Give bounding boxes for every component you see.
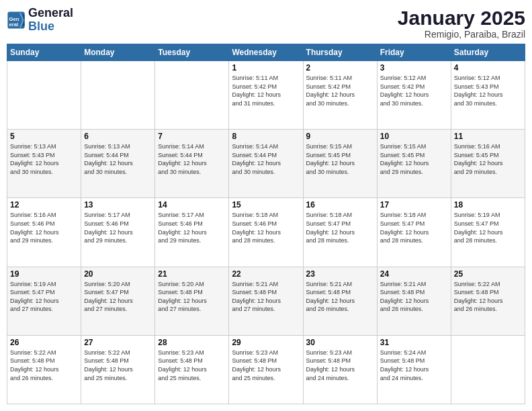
day-info: Sunrise: 5:23 AM Sunset: 5:48 PM Dayligh… (158, 349, 226, 382)
day-info: Sunrise: 5:19 AM Sunset: 5:47 PM Dayligh… (10, 280, 78, 314)
day-number: 26 (10, 338, 78, 347)
calendar-cell: 20Sunrise: 5:20 AM Sunset: 5:47 PM Dayli… (81, 267, 155, 335)
day-info: Sunrise: 5:22 AM Sunset: 5:48 PM Dayligh… (10, 349, 78, 382)
calendar-cell: 21Sunrise: 5:20 AM Sunset: 5:48 PM Dayli… (155, 267, 229, 335)
day-number: 8 (232, 132, 300, 141)
calendar-cell: 8Sunrise: 5:14 AM Sunset: 5:44 PM Daylig… (229, 130, 303, 198)
logo-text: General Blue (28, 7, 73, 34)
day-number: 22 (232, 269, 300, 279)
day-number: 29 (232, 338, 300, 347)
week-row: 26Sunrise: 5:22 AM Sunset: 5:48 PM Dayli… (7, 335, 525, 404)
day-number: 13 (84, 200, 152, 210)
calendar-cell: 24Sunrise: 5:21 AM Sunset: 5:48 PM Dayli… (377, 267, 451, 335)
calendar-cell (451, 335, 525, 404)
day-info: Sunrise: 5:23 AM Sunset: 5:48 PM Dayligh… (232, 349, 300, 382)
calendar-cell: 10Sunrise: 5:15 AM Sunset: 5:45 PM Dayli… (377, 130, 451, 198)
day-number: 7 (158, 132, 226, 141)
calendar-cell: 7Sunrise: 5:14 AM Sunset: 5:44 PM Daylig… (155, 130, 229, 198)
day-info: Sunrise: 5:23 AM Sunset: 5:48 PM Dayligh… (306, 349, 374, 382)
calendar-cell: 6Sunrise: 5:13 AM Sunset: 5:44 PM Daylig… (81, 130, 155, 198)
calendar-cell (7, 61, 81, 130)
calendar-cell: 2Sunrise: 5:11 AM Sunset: 5:42 PM Daylig… (303, 61, 377, 130)
calendar-cell: 17Sunrise: 5:18 AM Sunset: 5:47 PM Dayli… (377, 198, 451, 267)
title-block: January 2025 Remigio, Paraiba, Brazil (398, 7, 525, 40)
week-row: 5Sunrise: 5:13 AM Sunset: 5:43 PM Daylig… (7, 130, 525, 198)
calendar: SundayMondayTuesdayWednesdayThursdayFrid… (7, 44, 525, 404)
day-number: 1 (232, 63, 300, 73)
logo: Gen eral General Blue (7, 7, 73, 34)
day-number: 17 (380, 200, 448, 210)
day-info: Sunrise: 5:12 AM Sunset: 5:43 PM Dayligh… (454, 74, 522, 107)
calendar-cell (155, 61, 229, 130)
day-number: 10 (380, 132, 448, 141)
calendar-cell (81, 61, 155, 130)
day-info: Sunrise: 5:22 AM Sunset: 5:48 PM Dayligh… (84, 349, 152, 382)
day-info: Sunrise: 5:19 AM Sunset: 5:47 PM Dayligh… (454, 211, 522, 244)
day-info: Sunrise: 5:14 AM Sunset: 5:44 PM Dayligh… (232, 142, 300, 176)
day-number: 28 (158, 338, 226, 347)
calendar-header-row: SundayMondayTuesdayWednesdayThursdayFrid… (7, 44, 525, 61)
day-number: 30 (306, 338, 374, 347)
day-info: Sunrise: 5:17 AM Sunset: 5:46 PM Dayligh… (158, 211, 226, 244)
day-header-thursday: Thursday (303, 44, 377, 61)
day-info: Sunrise: 5:11 AM Sunset: 5:42 PM Dayligh… (232, 74, 300, 107)
page: Gen eral General Blue January 2025 Remig… (0, 0, 532, 411)
calendar-cell: 1Sunrise: 5:11 AM Sunset: 5:42 PM Daylig… (229, 61, 303, 130)
day-info: Sunrise: 5:17 AM Sunset: 5:46 PM Dayligh… (84, 211, 152, 244)
day-number: 11 (454, 132, 522, 141)
day-info: Sunrise: 5:20 AM Sunset: 5:48 PM Dayligh… (158, 280, 226, 314)
calendar-cell: 9Sunrise: 5:15 AM Sunset: 5:45 PM Daylig… (303, 130, 377, 198)
day-header-monday: Monday (81, 44, 155, 61)
day-info: Sunrise: 5:18 AM Sunset: 5:46 PM Dayligh… (232, 211, 300, 244)
calendar-cell: 23Sunrise: 5:21 AM Sunset: 5:48 PM Dayli… (303, 267, 377, 335)
day-number: 20 (84, 269, 152, 279)
day-number: 23 (306, 269, 374, 279)
day-info: Sunrise: 5:18 AM Sunset: 5:47 PM Dayligh… (306, 211, 374, 244)
day-info: Sunrise: 5:21 AM Sunset: 5:48 PM Dayligh… (306, 280, 374, 314)
day-number: 4 (454, 63, 522, 73)
calendar-cell: 3Sunrise: 5:12 AM Sunset: 5:42 PM Daylig… (377, 61, 451, 130)
day-number: 2 (306, 63, 374, 73)
calendar-cell: 31Sunrise: 5:24 AM Sunset: 5:48 PM Dayli… (377, 335, 451, 404)
main-title: January 2025 (398, 7, 525, 29)
day-info: Sunrise: 5:13 AM Sunset: 5:44 PM Dayligh… (84, 142, 152, 176)
day-number: 21 (158, 269, 226, 279)
calendar-cell: 5Sunrise: 5:13 AM Sunset: 5:43 PM Daylig… (7, 130, 81, 198)
day-info: Sunrise: 5:22 AM Sunset: 5:48 PM Dayligh… (454, 280, 522, 314)
calendar-cell: 26Sunrise: 5:22 AM Sunset: 5:48 PM Dayli… (7, 335, 81, 404)
day-number: 3 (380, 63, 448, 73)
day-number: 25 (454, 269, 522, 279)
logo-icon: Gen eral (7, 11, 26, 30)
day-number: 16 (306, 200, 374, 210)
day-info: Sunrise: 5:18 AM Sunset: 5:47 PM Dayligh… (380, 211, 448, 244)
day-info: Sunrise: 5:20 AM Sunset: 5:47 PM Dayligh… (84, 280, 152, 314)
calendar-cell: 11Sunrise: 5:16 AM Sunset: 5:45 PM Dayli… (451, 130, 525, 198)
calendar-cell: 14Sunrise: 5:17 AM Sunset: 5:46 PM Dayli… (155, 198, 229, 267)
day-info: Sunrise: 5:21 AM Sunset: 5:48 PM Dayligh… (232, 280, 300, 314)
day-info: Sunrise: 5:13 AM Sunset: 5:43 PM Dayligh… (10, 142, 78, 176)
day-info: Sunrise: 5:16 AM Sunset: 5:45 PM Dayligh… (454, 142, 522, 176)
day-number: 24 (380, 269, 448, 279)
calendar-cell: 29Sunrise: 5:23 AM Sunset: 5:48 PM Dayli… (229, 335, 303, 404)
day-info: Sunrise: 5:11 AM Sunset: 5:42 PM Dayligh… (306, 74, 374, 107)
svg-text:eral: eral (9, 21, 19, 28)
calendar-cell: 13Sunrise: 5:17 AM Sunset: 5:46 PM Dayli… (81, 198, 155, 267)
calendar-cell: 18Sunrise: 5:19 AM Sunset: 5:47 PM Dayli… (451, 198, 525, 267)
calendar-cell: 19Sunrise: 5:19 AM Sunset: 5:47 PM Dayli… (7, 267, 81, 335)
day-number: 9 (306, 132, 374, 141)
calendar-cell: 15Sunrise: 5:18 AM Sunset: 5:46 PM Dayli… (229, 198, 303, 267)
week-row: 19Sunrise: 5:19 AM Sunset: 5:47 PM Dayli… (7, 267, 525, 335)
week-row: 1Sunrise: 5:11 AM Sunset: 5:42 PM Daylig… (7, 61, 525, 130)
day-number: 18 (454, 200, 522, 210)
day-header-friday: Friday (377, 44, 451, 61)
day-number: 14 (158, 200, 226, 210)
day-number: 31 (380, 338, 448, 347)
day-number: 12 (10, 200, 78, 210)
week-row: 12Sunrise: 5:16 AM Sunset: 5:46 PM Dayli… (7, 198, 525, 267)
day-info: Sunrise: 5:15 AM Sunset: 5:45 PM Dayligh… (380, 142, 448, 176)
calendar-cell: 22Sunrise: 5:21 AM Sunset: 5:48 PM Dayli… (229, 267, 303, 335)
header: Gen eral General Blue January 2025 Remig… (7, 7, 525, 40)
day-header-sunday: Sunday (7, 44, 81, 61)
subtitle: Remigio, Paraiba, Brazil (398, 29, 525, 40)
calendar-cell: 27Sunrise: 5:22 AM Sunset: 5:48 PM Dayli… (81, 335, 155, 404)
